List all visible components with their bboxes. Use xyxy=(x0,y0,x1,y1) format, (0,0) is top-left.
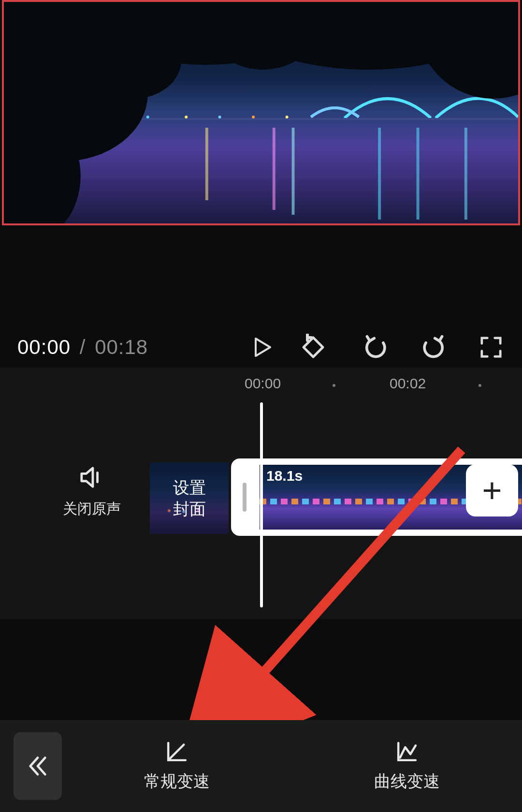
curve-speed-label: 曲线变速 xyxy=(374,770,440,793)
undo-icon xyxy=(363,335,389,360)
svg-point-6 xyxy=(252,116,255,118)
curve-speed-button[interactable]: 曲线变速 xyxy=(292,720,522,812)
fullscreen-button[interactable] xyxy=(478,335,504,360)
svg-marker-22 xyxy=(256,339,270,356)
back-button[interactable] xyxy=(14,732,62,800)
play-icon xyxy=(253,337,272,358)
transport-bar: 00:00 / 00:18 xyxy=(0,328,522,367)
timecode-total: 00:18 xyxy=(95,336,148,358)
svg-rect-13 xyxy=(464,128,467,220)
timecode-current: 00:00 xyxy=(17,336,71,358)
svg-rect-11 xyxy=(378,128,381,220)
timecode-separator: / xyxy=(80,336,86,358)
play-button[interactable] xyxy=(250,335,275,359)
svg-point-20 xyxy=(86,21,182,99)
keyframe-button[interactable] xyxy=(300,334,327,361)
plus-icon: + xyxy=(482,471,502,510)
normal-speed-label: 常规变速 xyxy=(144,770,210,793)
fullscreen-icon xyxy=(480,336,502,358)
timeline[interactable]: 00:00 00:02 关闭原声 设置 封面 18.1s + xyxy=(0,368,522,619)
bottom-toolbar: 常规变速 曲线变速 xyxy=(0,720,522,812)
video-preview[interactable] xyxy=(2,0,520,225)
cover-label: 设置 封面 xyxy=(173,477,206,519)
add-clip-button[interactable]: + xyxy=(466,464,518,517)
clip-handle-left[interactable] xyxy=(231,458,258,536)
playhead[interactable] xyxy=(260,402,263,607)
keyframe-icon xyxy=(300,334,327,361)
svg-point-19 xyxy=(417,2,518,99)
undo-button[interactable] xyxy=(362,334,390,361)
svg-rect-9 xyxy=(292,128,295,215)
timecode: 00:00 / 00:18 xyxy=(17,336,148,359)
speed-normal-icon xyxy=(165,739,189,764)
redo-button[interactable] xyxy=(420,334,447,361)
ruler-tick-2: 00:02 xyxy=(390,375,426,392)
ruler-dot xyxy=(333,384,335,387)
timeline-ruler: 00:00 00:02 xyxy=(0,375,522,395)
ruler-dot xyxy=(478,384,481,387)
svg-point-4 xyxy=(185,116,188,118)
ruler-tick-0: 00:00 xyxy=(245,375,281,392)
normal-speed-button[interactable]: 常规变速 xyxy=(62,720,292,812)
svg-point-7 xyxy=(286,116,289,118)
mute-original-sound-button[interactable]: 关闭原声 xyxy=(63,464,121,519)
svg-point-5 xyxy=(218,116,221,118)
redo-icon xyxy=(420,335,446,360)
svg-rect-12 xyxy=(417,128,420,220)
set-cover-button[interactable]: 设置 封面 xyxy=(150,462,229,534)
double-chevron-left-icon xyxy=(27,755,49,777)
speed-curve-icon xyxy=(395,739,419,764)
svg-rect-10 xyxy=(205,128,208,200)
speaker-icon xyxy=(79,464,105,490)
svg-line-27 xyxy=(170,745,184,759)
mute-label: 关闭原声 xyxy=(63,499,121,519)
clip-duration: 18.1s xyxy=(266,468,303,484)
svg-rect-8 xyxy=(273,128,276,210)
svg-point-3 xyxy=(146,116,149,118)
